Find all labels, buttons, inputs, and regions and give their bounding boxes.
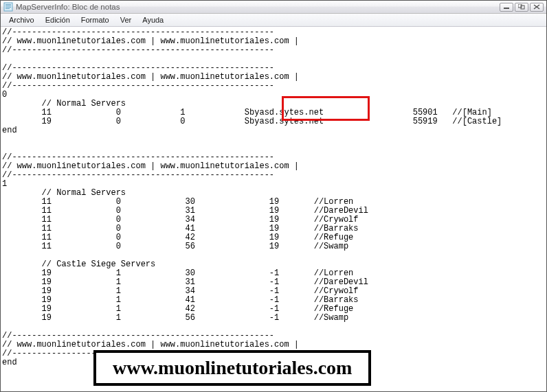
maximize-button[interactable] bbox=[515, 3, 528, 12]
svg-rect-5 bbox=[504, 8, 509, 9]
menu-edicion[interactable]: Edición bbox=[40, 14, 76, 25]
minimize-button[interactable] bbox=[500, 3, 513, 12]
window-controls bbox=[500, 3, 544, 12]
title-bar[interactable]: MapServerInfo: Bloc de notas bbox=[1, 1, 546, 14]
editor-area[interactable]: //--------------------------------------… bbox=[1, 27, 546, 391]
window-title: MapServerInfo: Bloc de notas bbox=[16, 3, 500, 11]
app-icon bbox=[3, 2, 13, 12]
svg-rect-2 bbox=[5, 5, 11, 6]
notepad-window: MapServerInfo: Bloc de notas Archivo Edi… bbox=[0, 0, 547, 392]
watermark-banner: www.muonlinetutoriales.com bbox=[93, 350, 371, 386]
menu-formato[interactable]: Formato bbox=[76, 14, 115, 25]
menu-bar: Archivo Edición Formato Ver Ayuda bbox=[1, 14, 546, 27]
menu-ver[interactable]: Ver bbox=[115, 14, 137, 25]
svg-rect-4 bbox=[5, 8, 10, 9]
close-button[interactable] bbox=[530, 3, 544, 12]
svg-rect-3 bbox=[5, 7, 11, 8]
file-text[interactable]: //--------------------------------------… bbox=[1, 27, 546, 369]
menu-ayuda[interactable]: Ayuda bbox=[137, 14, 169, 25]
svg-rect-1 bbox=[5, 4, 11, 5]
menu-archivo[interactable]: Archivo bbox=[3, 14, 40, 25]
